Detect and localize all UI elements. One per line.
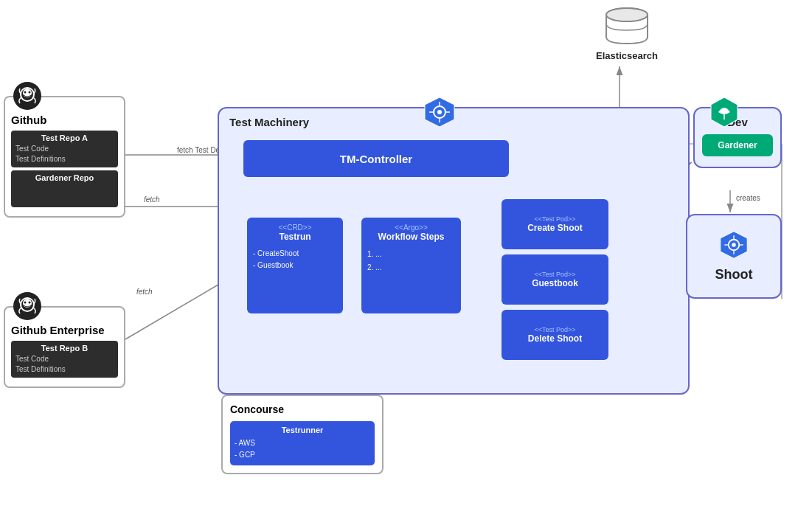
argo-items: 1. ... 2. ... xyxy=(367,248,455,274)
github-enterprise-icon xyxy=(13,291,42,321)
gardener-button: Gardener xyxy=(702,134,773,156)
argo-workflow-box: <<Argo>> Workflow Steps 1. ... 2. ... xyxy=(361,218,461,313)
svg-point-41 xyxy=(437,110,442,114)
guestbook-pod: <<Test Pod>> Guestbook xyxy=(502,254,608,305)
create-shoot-pod: <<Test Pod>> Create Shoot xyxy=(502,199,608,249)
create-shoot-pod-label: <<Test Pod>> xyxy=(534,215,575,223)
delete-shoot-pod-title: Delete Shoot xyxy=(528,333,582,344)
svg-point-28 xyxy=(29,91,31,94)
test-repo-a-lines: Test Code Test Definitions xyxy=(15,144,114,164)
svg-point-50 xyxy=(732,243,735,246)
test-repo-a-title: Test Repo A xyxy=(15,134,114,142)
diagram: fetch Test Definition fetch fetch watch … xyxy=(0,0,812,520)
dev-gardener-icon xyxy=(708,96,740,128)
shoot-k8s-icon xyxy=(719,230,749,260)
guestbook-pod-title: Guestbook xyxy=(532,278,578,288)
svg-point-26 xyxy=(23,89,32,97)
delete-shoot-pod-label: <<Test Pod>> xyxy=(534,326,575,333)
elasticsearch-label: Elasticsearch xyxy=(583,50,671,61)
create-shoot-pod-title: Create Shoot xyxy=(527,223,583,233)
shoot-panel: Shoot xyxy=(686,214,782,299)
gardener-repo-title: Gardener Repo xyxy=(15,173,114,182)
tm-controller-box: TM-Controller xyxy=(243,140,509,177)
test-repo-b-lines: Test Code Test Definitions xyxy=(15,354,114,375)
guestbook-pod-label: <<Test Pod>> xyxy=(534,271,575,278)
elasticsearch-box: Elasticsearch xyxy=(583,7,671,61)
argo-label: <<Argo>> xyxy=(367,223,455,232)
fetch1-label: fetch xyxy=(144,195,160,204)
github-icon:  xyxy=(13,81,42,111)
testrunner-title: Testrunner xyxy=(235,426,370,434)
testrunner-items: - AWS - GCP xyxy=(235,437,370,461)
svg-point-32 xyxy=(23,299,32,308)
test-repo-a-box: Test Repo A Test Code Test Definitions xyxy=(11,131,118,167)
svg-point-33 xyxy=(24,302,27,304)
delete-shoot-pod: <<Test Pod>> Delete Shoot xyxy=(502,310,608,360)
crd-label: <<CRD>> xyxy=(253,223,337,232)
concourse-title: Concourse xyxy=(230,403,375,415)
concourse-panel: Concourse Testrunner - AWS - GCP xyxy=(221,395,384,474)
github-panel:  Github Test Repo A Test Code Test Defi… xyxy=(4,96,125,218)
k8s-icon-test-machinery xyxy=(423,96,456,128)
crd-items: - CreateShoot - Guestbook xyxy=(253,248,337,271)
crd-title: Testrun xyxy=(253,232,337,242)
crd-testrun-box: <<CRD>> Testrun - CreateShoot - Guestboo… xyxy=(247,218,343,313)
database-icon xyxy=(605,7,649,44)
tm-controller-label: TM-Controller xyxy=(340,153,412,165)
svg-point-27 xyxy=(24,91,27,94)
svg-point-34 xyxy=(29,302,31,304)
svg-point-21 xyxy=(606,8,648,21)
shoot-title: Shoot xyxy=(715,267,753,282)
testrunner-box: Testrunner - AWS - GCP xyxy=(230,421,375,465)
test-repo-b-box: Test Repo B Test Code Test Definitions xyxy=(11,341,118,378)
test-repo-b-title: Test Repo B xyxy=(15,344,114,353)
gardener-repo-box: Gardener Repo xyxy=(11,170,118,207)
argo-title: Workflow Steps xyxy=(367,232,455,242)
fetch2-label: fetch xyxy=(136,288,153,296)
creates-label: creates xyxy=(736,194,760,202)
github-enterprise-panel: Github Enterprise Test Repo B Test Code … xyxy=(4,306,125,388)
